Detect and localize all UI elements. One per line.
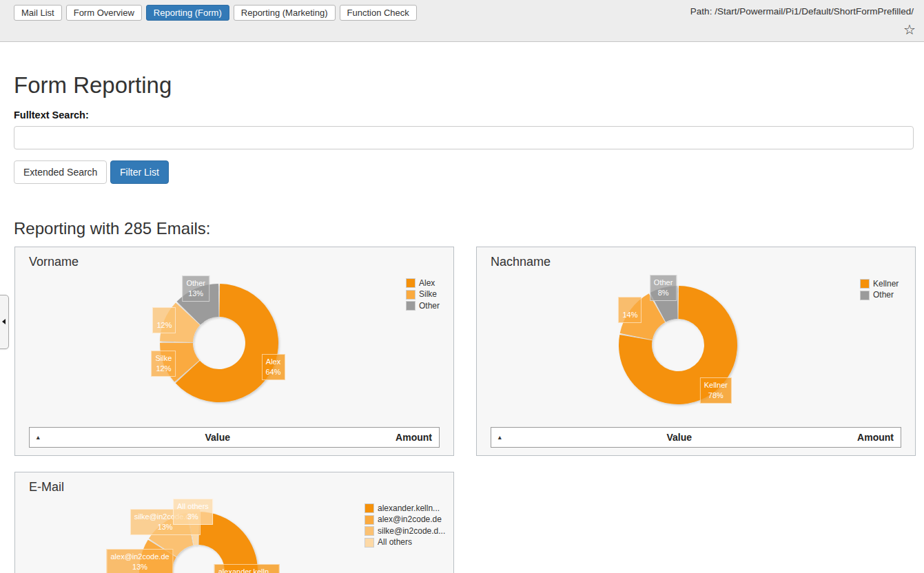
slice-label-line: 12%: [156, 364, 172, 374]
page-path: Path: /Start/Powermail/Pi1/Default/Short…: [690, 6, 914, 17]
legend-item-silke: Silke: [406, 290, 440, 300]
legend-swatch-icon: [365, 526, 374, 536]
legend-label: All others: [378, 538, 412, 547]
slice-label-line: Alex: [266, 357, 281, 367]
legend-label: Kellner: [873, 280, 899, 289]
slice-label-12: 12%: [152, 307, 176, 333]
chart-legend: AlexSilkeOther: [406, 278, 440, 311]
tab-mail-list[interactable]: Mail List: [14, 5, 62, 21]
collapse-nav-handle[interactable]: [0, 295, 9, 349]
slice-label-all-others: All others3%: [173, 499, 213, 525]
column-header-amount[interactable]: Amount: [857, 432, 894, 443]
slice-label-alex-in2code-de: alex@in2code.de13%: [106, 549, 173, 573]
fulltext-search-label: Fulltext Search:: [14, 110, 89, 121]
legend-swatch-icon: [365, 503, 374, 513]
slice-label-kellner: Kellner78%: [700, 377, 732, 404]
bookmark-star-icon[interactable]: ☆: [903, 22, 916, 37]
slice-label-other: Other13%: [182, 275, 209, 302]
legend-label: alexander.kelln...: [378, 504, 440, 513]
legend-label: Other: [873, 291, 894, 300]
collapse-arrow-icon: [2, 319, 6, 324]
chart-legend: KellnerOther: [860, 279, 899, 300]
tab-reporting-form[interactable]: Reporting (Form): [146, 5, 229, 21]
slice-label-line: Silke: [156, 353, 172, 364]
toolbar-tabs: Mail ListForm OverviewReporting (Form)Re…: [14, 5, 417, 21]
slice-label-line: Other: [654, 278, 673, 288]
powermail-backend-module: Mail ListForm OverviewReporting (Form)Re…: [0, 0, 924, 573]
legend-swatch-icon: [406, 290, 415, 300]
legend-swatch-icon: [365, 538, 374, 548]
tab-reporting-marketing[interactable]: Reporting (Marketing): [234, 5, 336, 21]
chart-panel-vorname: VornameAlex64%Silke12%12%Other13%AlexSil…: [14, 247, 454, 456]
slice-label-alexander-kelln: alexander.kelln...71%: [214, 564, 280, 573]
slice-label-line: alexander.kelln...: [218, 567, 276, 573]
legend-item-other: Other: [860, 291, 899, 300]
legend-item-all-others: All others: [365, 538, 445, 548]
chart-panel-nachname: NachnameKellner78%14%Other8%KellnerOther…: [476, 247, 916, 456]
chart-legend: alexander.kelln...alex@in2code.desilke@i…: [365, 503, 445, 548]
slice-label-line: 12%: [156, 320, 172, 331]
slice-label-line: Other: [186, 278, 205, 289]
legend-swatch-icon: [406, 301, 415, 311]
result-table-header: ▴ValueAmount: [29, 427, 440, 448]
slice-label-alex: Alex64%: [262, 354, 285, 380]
slice-label-line: alex@in2code.de: [110, 552, 169, 562]
slice-label-line: 78%: [704, 390, 728, 401]
legend-label: silke@in2code.d...: [378, 527, 445, 536]
result-table-header: ▴ValueAmount: [491, 427, 901, 448]
slice-label-other: Other8%: [650, 275, 677, 301]
legend-item-alex: Alex: [406, 278, 440, 288]
donut-chart-nachname: [477, 247, 916, 456]
legend-item-other: Other: [406, 301, 440, 311]
legend-item-alex-in2code-de: alex@in2code.de: [365, 515, 445, 525]
extended-search-button[interactable]: Extended Search: [14, 160, 107, 184]
doc-header: Mail ListForm OverviewReporting (Form)Re…: [0, 0, 924, 42]
legend-swatch-icon: [365, 515, 374, 525]
chart-panel-e-mail: E-Mailalexander.kelln...71%alex@in2code.…: [14, 472, 454, 573]
slice-label-line: 8%: [654, 288, 673, 298]
slice-label-line: 14%: [622, 310, 637, 320]
column-header-value[interactable]: Value: [502, 432, 858, 443]
fulltext-search-input[interactable]: [14, 126, 914, 149]
slice-label-line: Kellner: [704, 380, 728, 390]
legend-item-alexander-kelln: alexander.kelln...: [365, 503, 445, 513]
slice-label-line: All others: [177, 501, 209, 512]
legend-label: alex@in2code.de: [378, 515, 442, 524]
slice-label-line: 13%: [186, 289, 205, 299]
legend-swatch-icon: [406, 278, 415, 288]
legend-swatch-icon: [860, 291, 870, 300]
filter-list-button[interactable]: Filter List: [110, 160, 169, 184]
legend-label: Alex: [419, 279, 435, 288]
slice-label-line: 3%: [177, 512, 209, 522]
legend-item-kellner: Kellner: [860, 279, 899, 289]
slice-label-14: 14%: [618, 297, 641, 323]
legend-label: Silke: [419, 290, 437, 299]
slice-label-line: [622, 300, 637, 310]
column-header-value[interactable]: Value: [40, 432, 396, 443]
slice-label-line: [156, 310, 172, 320]
legend-item-silke-in2code-d: silke@in2code.d...: [365, 526, 445, 536]
slice-label-line: 13%: [110, 562, 169, 572]
tab-form-overview[interactable]: Form Overview: [66, 5, 142, 21]
donut-chart-vorname: [15, 247, 454, 456]
slice-label-silke: Silke12%: [152, 351, 176, 377]
column-header-amount[interactable]: Amount: [396, 432, 432, 443]
tab-function-check[interactable]: Function Check: [340, 5, 417, 21]
reporting-heading: Reporting with 285 Emails:: [14, 219, 210, 238]
legend-label: Other: [419, 302, 440, 311]
slice-label-line: 64%: [266, 367, 281, 377]
legend-swatch-icon: [860, 279, 870, 289]
page-title: Form Reporting: [14, 72, 172, 98]
